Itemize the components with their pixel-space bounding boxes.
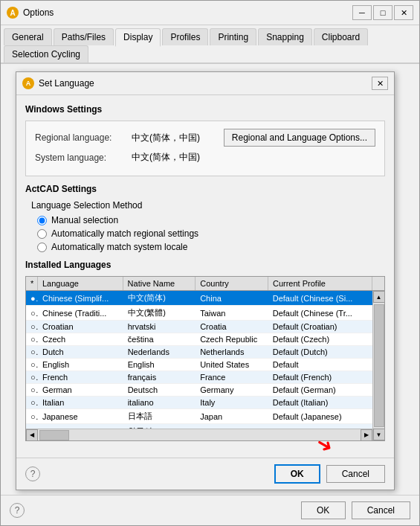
actcad-header: ActCAD Settings [25,184,385,194]
col-header-profile: Current Profile [268,277,372,290]
system-label: System language: [35,153,124,163]
dialog-body: Windows Settings Regional language: 中文(简… [16,95,394,458]
table-row[interactable]: ● Chinese (Simplif... 中文(简体) China Defau… [26,291,372,306]
tab-general[interactable]: General [4,28,52,45]
table-row[interactable]: ○ Chinese (Traditi... 中文(繁體) Taiwan Defa… [26,306,372,321]
horizontal-scrollbar[interactable]: ◀ ▶ [26,429,372,440]
col-header-scroll [372,277,384,290]
row-native: 日本語 [123,409,196,423]
row-native: Nederlands [123,346,196,358]
scroll-up-button[interactable]: ▲ [373,291,385,303]
main-footer: ? OK Cancel [1,495,419,525]
dialog-close-button[interactable]: ✕ [372,77,388,90]
scroll-left-button[interactable]: ◀ [26,429,38,441]
tab-printing[interactable]: Printing [210,28,256,45]
row-star: ○ [26,307,38,319]
main-cancel-button[interactable]: Cancel [352,501,410,519]
radio-auto-locale-input[interactable] [37,243,47,252]
table-row[interactable]: ○ German Deutsch Germany Default (German… [26,384,372,397]
dialog-footer: ? OK Cancel [16,458,394,490]
row-profile: Default (Korean) [268,426,372,429]
row-language: Chinese (Simplif... [38,292,123,304]
tab-bar: General Paths/Files Display Profiles Pri… [1,25,419,64]
table-row[interactable]: ○ French français France Default (French… [26,371,372,384]
languages-table: * Language Native Name Country Current P… [25,276,385,441]
row-profile: Default (Czech) [268,333,372,345]
row-language: Croatian [38,321,123,333]
radio-auto-locale[interactable]: Automatically match system locale [25,242,385,252]
title-bar-left: A Options [7,7,54,19]
radio-auto-regional[interactable]: Automatically match regional settings [25,228,385,239]
scroll-thumb-horizontal[interactable] [39,430,69,440]
radio-manual-input[interactable] [37,216,47,225]
tab-snapping[interactable]: Snapping [258,28,312,45]
dialog-help-button[interactable]: ? [25,466,40,481]
table-row[interactable]: ○ Italian italiano Italy Default (Italia… [26,397,372,409]
scroll-right-button[interactable]: ▶ [361,429,372,441]
row-country: Germany [196,384,268,396]
row-native: italiano [123,397,196,408]
row-country: Japan [196,411,268,423]
row-star: ● [26,292,38,304]
tab-selection-cycling[interactable]: Selection Cycling [4,45,88,62]
row-profile: Default (Dutch) [268,346,372,358]
row-profile: Default (Croatian) [268,321,372,333]
radio-auto-locale-label: Automatically match system locale [51,242,187,252]
tab-paths-files[interactable]: Paths/Files [54,28,114,45]
table-row[interactable]: ○ English English United States Default [26,359,372,371]
windows-settings-group: Regional language: 中文(简体，中国) Regional an… [25,121,385,176]
radio-auto-regional-input[interactable] [37,229,47,239]
radio-manual[interactable]: Manual selection [25,215,385,225]
dialog-title-bar: A Set Language ✕ [16,72,394,95]
row-native: Deutsch [123,384,196,396]
dialog-cancel-button[interactable]: Cancel [326,465,385,483]
regional-label: Regional language: [35,132,124,143]
row-language: Chinese (Traditi... [38,307,123,319]
tab-clipboard[interactable]: Clipboard [314,28,368,45]
table-row[interactable]: ○ Korean 한국어 Korea Default (Korean) [26,424,372,429]
row-native: français [123,371,196,383]
scroll-thumb-vertical[interactable] [374,304,384,427]
actcad-settings-group: ActCAD Settings Language Selection Metho… [25,184,385,252]
system-value: 中文(简体，中国) [132,151,200,164]
main-help-button[interactable]: ? [10,503,25,518]
row-star: ○ [26,371,38,383]
table-row[interactable]: ○ Dutch Nederlands Netherlands Default (… [26,346,372,359]
tab-display[interactable]: Display [115,28,161,47]
row-native: čeština [123,333,196,345]
row-language: English [38,359,123,371]
row-language: German [38,384,123,396]
row-country: China [196,292,268,304]
table-row[interactable]: ○ Japanese 日本語 Japan Default (Japanese) [26,409,372,424]
row-star: ○ [26,333,38,345]
row-native: 한국어 [123,424,196,429]
main-ok-button[interactable]: OK [301,501,346,519]
table-row[interactable]: ○ Czech čeština Czech Republic Default (… [26,333,372,346]
row-star: ○ [26,321,38,333]
row-star: ○ [26,359,38,371]
row-language: French [38,371,123,383]
table-row[interactable]: ○ Croatian hrvatski Croatia Default (Cro… [26,321,372,333]
windows-settings-header: Windows Settings [25,104,385,115]
maximize-button[interactable]: □ [373,5,392,20]
close-button[interactable]: ✕ [394,5,413,20]
region-options-button[interactable]: Regional and Language Options... [224,129,375,147]
row-profile: Default (Chinese (Si... [268,292,372,304]
row-native: English [123,359,196,371]
window-controls: ─ □ ✕ [352,5,413,20]
dialog-ok-button[interactable]: OK [274,464,320,484]
row-country: France [196,371,268,383]
minimize-button[interactable]: ─ [352,5,372,20]
row-star: ○ [26,426,38,429]
vertical-scrollbar[interactable]: ▲ ▼ [372,291,384,440]
content-area: A Set Language ✕ Windows Settings Region… [1,64,419,495]
row-country: Czech Republic [196,333,268,345]
row-profile: Default (Italian) [268,397,372,408]
row-native: hrvatski [123,321,196,333]
row-language: Korean [38,426,123,429]
installed-languages-header: Installed Languages [25,260,385,270]
tab-profiles[interactable]: Profiles [162,28,208,45]
language-selection-method-label: Language Selection Method [25,200,385,211]
scroll-down-button[interactable]: ▼ [373,429,385,440]
row-star: ○ [26,384,38,396]
